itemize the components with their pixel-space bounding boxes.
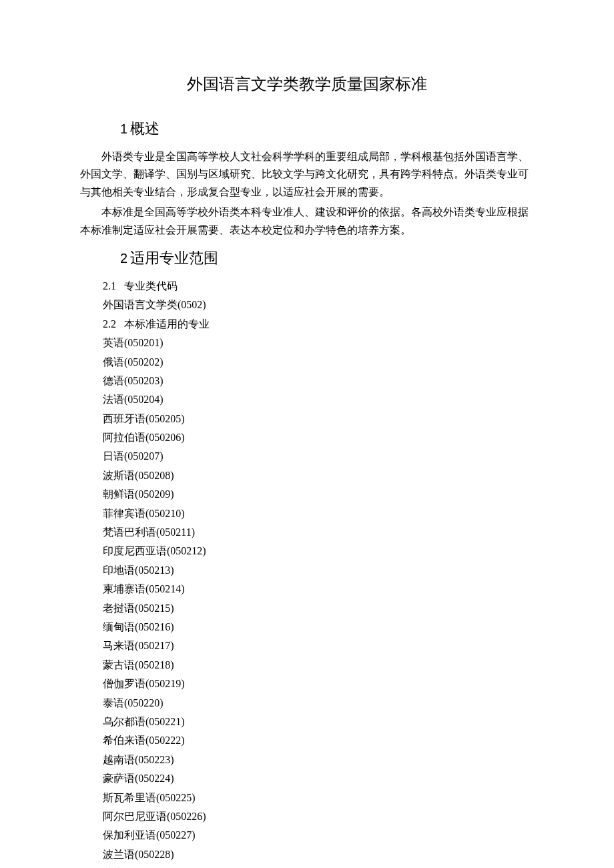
language-item: 菲律宾语(050210) (103, 505, 534, 522)
language-item: 豪萨语(050224) (103, 770, 534, 787)
language-list: 英语(050201)俄语(050202)德语(050203)法语(050204)… (80, 334, 534, 868)
language-item: 蒙古语(050218) (103, 657, 534, 674)
language-item: 马来语(050217) (103, 637, 534, 655)
subsection-2-2: 2.2 本标准适用的专业 (103, 316, 534, 333)
language-item: 波兰语(050228) (103, 846, 534, 863)
document-title: 外国语言文学类教学质量国家标准 (80, 73, 534, 95)
language-item: 僧伽罗语(050219) (103, 675, 534, 693)
language-item: 日语(050207) (103, 448, 534, 465)
language-item: 西班牙语(050205) (103, 410, 534, 428)
language-item: 泰语(050220) (103, 695, 534, 712)
language-item: 缅甸语(050216) (103, 618, 534, 636)
language-item: 阿拉伯语(050206) (103, 429, 534, 446)
language-item: 乌尔都语(050221) (103, 713, 534, 731)
language-item: 朝鲜语(050209) (103, 486, 534, 503)
subsection-2-2-num: 2.2 (103, 318, 116, 330)
language-item: 英语(050201) (103, 334, 534, 352)
section-1-paragraph-2: 本标准是全国高等学校外语类本科专业准人、建设和评价的依据。各高校外语类专业应根据… (80, 203, 534, 239)
subsection-2-1-label: 专业类代码 (124, 280, 178, 292)
section-1-heading: 1概述 (120, 119, 534, 139)
language-item: 俄语(050202) (103, 354, 534, 371)
subsection-2-1-num: 2.1 (103, 280, 116, 292)
subsection-2-2-label: 本标准适用的专业 (124, 318, 210, 330)
language-item: 阿尔巴尼亚语(050226) (103, 808, 534, 825)
language-item: 柬埔寨语(050214) (103, 580, 534, 598)
language-item: 波斯语(050208) (103, 467, 534, 484)
section-1-paragraph-1: 外语类专业是全国高等学校人文社会科学学科的重要组成局部，学科根基包括外国语言学、… (80, 148, 534, 201)
section-1-number: 1 (120, 121, 127, 136)
language-item: 法语(050204) (103, 391, 534, 408)
section-1-text: 概述 (130, 120, 160, 137)
document-page: 外国语言文学类教学质量国家标准 1概述 外语类专业是全国高等学校人文社会科学学科… (0, 0, 614, 868)
language-item: 梵语巴利语(050211) (103, 524, 534, 541)
language-item: 德语(050203) (103, 372, 534, 390)
language-item: 斯瓦希里语(050225) (103, 789, 534, 807)
subsection-2-1: 2.1 专业类代码 (103, 278, 534, 295)
section-2-number: 2 (120, 251, 127, 266)
language-item: 希伯来语(050222) (103, 732, 534, 749)
language-item: 捷克语(050229) (103, 865, 534, 868)
subsection-2-1-value: 外国语言文学类(0502) (103, 296, 534, 314)
language-item: 印地语(050213) (103, 562, 534, 579)
language-item: 越南语(050223) (103, 751, 534, 769)
section-2-heading: 2适用专业范围 (120, 248, 534, 268)
language-item: 老挝语(050215) (103, 600, 534, 617)
language-item: 印度尼西亚语(050212) (103, 542, 534, 560)
section-2-text: 适用专业范围 (130, 250, 218, 266)
language-item: 保加利亚语(050227) (103, 827, 534, 844)
